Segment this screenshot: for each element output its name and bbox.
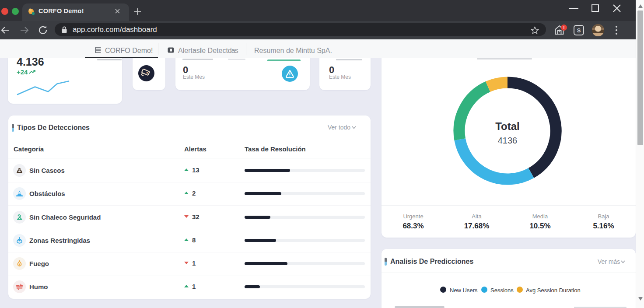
svg-text:!: ! <box>564 25 565 30</box>
svg-text:S: S <box>577 27 581 34</box>
